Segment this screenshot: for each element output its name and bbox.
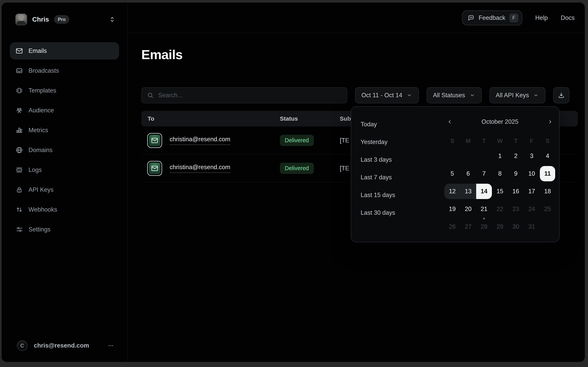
recipient-email[interactable]: christina@resend.com (170, 164, 230, 173)
api-key-filter[interactable]: All API Keys (489, 87, 546, 103)
status-filter[interactable]: All Statuses (427, 87, 482, 103)
templates-icon (15, 87, 23, 94)
calendar-day-28: 28 (476, 219, 492, 234)
sidebar-item-api-keys[interactable]: API Keys (10, 181, 119, 199)
calendar-day-6[interactable]: 6 (461, 166, 476, 181)
calendar-day-26: 26 (445, 219, 460, 234)
sidebar-item-audience[interactable]: Audience (10, 102, 119, 119)
globe-icon (15, 146, 23, 154)
sidebar-item-settings[interactable]: Settings (10, 221, 119, 238)
status-badge: Delivered (280, 135, 314, 146)
sidebar-item-label: Templates (28, 87, 56, 94)
export-button[interactable] (553, 87, 569, 103)
sidebar-item-label: Webhooks (28, 206, 57, 213)
feedback-button[interactable]: Feedback F (462, 10, 522, 25)
broadcast-icon (15, 67, 23, 75)
sidebar-item-domains[interactable]: Domains (10, 142, 119, 159)
calendar-day-3[interactable]: 3 (524, 148, 539, 164)
workspace-switcher-icon[interactable] (109, 16, 116, 23)
status-cell: Delivered (280, 163, 340, 174)
sidebar-item-label: Audience (28, 107, 54, 114)
calendar-day-2[interactable]: 2 (508, 148, 523, 164)
calendar-day-12[interactable]: 12 (444, 184, 460, 199)
calendar-day-15[interactable]: 15 (492, 184, 508, 199)
preset-last-7-days[interactable]: Last 7 days (361, 174, 395, 181)
sidebar-item-label: Broadcasts (28, 67, 59, 74)
calendar-day-23: 23 (508, 201, 523, 217)
calendar-day-24: 24 (524, 201, 539, 217)
preset-yesterday[interactable]: Yesterday (361, 138, 395, 146)
calendar-day-5[interactable]: 5 (445, 166, 460, 181)
calendar-day-10[interactable]: 10 (524, 166, 539, 181)
to-cell: christina@resend.com (141, 161, 280, 176)
api-key-filter-label: All API Keys (496, 92, 529, 99)
sidebar-item-label: Logs (28, 167, 42, 174)
page-title: Emails (141, 47, 585, 62)
preset-last-15-days[interactable]: Last 15 days (361, 191, 395, 199)
calendar-day-21[interactable]: 21 (476, 201, 492, 217)
chevron-down-icon (469, 92, 475, 99)
sidebar-item-label: API Keys (28, 186, 54, 193)
calendar-day-30: 30 (508, 219, 523, 234)
docs-link[interactable]: Docs (561, 14, 575, 21)
status-badge: Delivered (280, 163, 314, 174)
search-icon (147, 92, 154, 99)
account-row: C chris@resend.com (1, 340, 127, 362)
calendar-day-9[interactable]: 9 (508, 166, 523, 181)
chevron-down-icon (533, 92, 539, 99)
sidebar-item-label: Domains (28, 147, 52, 154)
account-email: chris@resend.com (34, 342, 89, 349)
sidebar-item-emails[interactable]: Emails (10, 42, 119, 59)
logs-icon (15, 166, 23, 174)
account-avatar: C (17, 340, 27, 351)
calendar-day-19[interactable]: 19 (445, 201, 460, 217)
previous-month-button[interactable] (444, 117, 455, 127)
column-header-status: Status (280, 115, 340, 122)
sidebar-nav: Emails Broadcasts Templates Audience Met… (1, 42, 127, 238)
mail-icon (15, 47, 23, 55)
date-range-filter[interactable]: Oct 11 - Oct 14 (355, 87, 419, 103)
help-link[interactable]: Help (535, 14, 548, 21)
preset-last-3-days[interactable]: Last 3 days (361, 156, 395, 164)
sidebar-item-templates[interactable]: Templates (10, 82, 119, 99)
sidebar-item-logs[interactable]: Logs (10, 161, 119, 179)
calendar-day-11[interactable]: 11 (540, 166, 555, 181)
calendar-day-16[interactable]: 16 (508, 184, 523, 199)
recipient-email[interactable]: christina@resend.com (170, 136, 230, 145)
calendar-day-7[interactable]: 7 (476, 166, 492, 181)
next-month-button[interactable] (545, 117, 555, 127)
feedback-label: Feedback (479, 14, 505, 21)
calendar-day-18[interactable]: 18 (540, 184, 555, 199)
calendar-day-8[interactable]: 8 (492, 166, 508, 181)
sidebar-item-label: Metrics (28, 127, 48, 134)
preset-last-30-days[interactable]: Last 30 days (361, 209, 395, 217)
email-envelope-icon (147, 161, 162, 176)
weekday-label: T (482, 138, 486, 144)
date-presets: TodayYesterdayLast 3 daysLast 7 daysLast… (361, 120, 395, 217)
calendar-day-4[interactable]: 4 (540, 148, 555, 164)
column-header-to: To (141, 115, 280, 122)
calendar-day-1[interactable]: 1 (492, 148, 508, 164)
calendar-day-13[interactable]: 13 (460, 184, 476, 199)
weekday-label: S (450, 138, 454, 144)
calendar-day-27: 27 (461, 219, 476, 234)
search-input[interactable] (158, 92, 342, 99)
weekday-label: T (514, 138, 518, 144)
lock-icon (15, 186, 23, 194)
sidebar-item-broadcasts[interactable]: Broadcasts (10, 62, 119, 79)
sidebar-item-label: Emails (28, 47, 47, 54)
date-range-label: Oct 11 - Oct 14 (361, 92, 402, 99)
filter-bar: Oct 11 - Oct 14 All Statuses All API Key… (141, 87, 578, 103)
preset-today[interactable]: Today (361, 120, 395, 128)
sidebar-item-metrics[interactable]: Metrics (10, 122, 119, 139)
chevron-right-icon (547, 119, 553, 125)
workspace-name: Chris (32, 16, 49, 23)
workspace-switcher[interactable]: Chris Pro (1, 14, 127, 25)
calendar-day-17[interactable]: 17 (524, 184, 539, 199)
account-menu-icon[interactable] (107, 342, 114, 349)
webhooks-icon (15, 206, 23, 214)
calendar-day-14[interactable]: 14 (476, 184, 492, 199)
calendar-day-20[interactable]: 20 (461, 201, 476, 217)
email-envelope-icon (147, 133, 162, 148)
sidebar-item-webhooks[interactable]: Webhooks (10, 201, 119, 218)
